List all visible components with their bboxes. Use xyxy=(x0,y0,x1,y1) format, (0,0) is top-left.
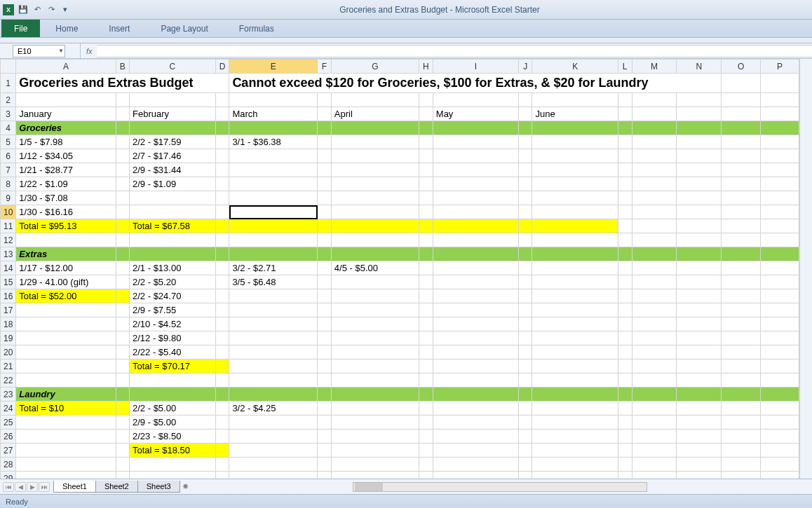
cell-C29[interactable] xyxy=(130,472,216,479)
cell-D10[interactable] xyxy=(215,205,229,219)
cell-M28[interactable] xyxy=(632,458,677,472)
cell-G3[interactable]: April xyxy=(331,107,419,121)
col-header-C[interactable]: C xyxy=(130,60,216,74)
cell-O23[interactable] xyxy=(722,387,760,401)
cell-O15[interactable] xyxy=(722,275,760,289)
cell-E3[interactable]: March xyxy=(229,107,318,121)
cell-L16[interactable] xyxy=(618,289,632,303)
cell-O22[interactable] xyxy=(722,373,760,387)
cell-L22[interactable] xyxy=(618,373,632,387)
cell-L4[interactable] xyxy=(618,121,632,135)
cell-G29[interactable] xyxy=(331,472,419,479)
cell-K12[interactable] xyxy=(532,233,618,247)
cell-H20[interactable] xyxy=(419,345,433,359)
cell-F20[interactable] xyxy=(318,345,332,359)
col-header-E[interactable]: E xyxy=(229,60,318,74)
cell-L27[interactable] xyxy=(618,444,632,458)
cell-F3[interactable] xyxy=(318,107,332,121)
row-header-26[interactable]: 26 xyxy=(1,430,16,444)
cell-G16[interactable] xyxy=(331,289,419,303)
cell-M22[interactable] xyxy=(632,373,677,387)
cell-C20[interactable]: 2/22 - $5.40 xyxy=(130,345,216,359)
cell-E25[interactable] xyxy=(229,416,318,430)
cell-G13[interactable] xyxy=(331,247,419,261)
cell-B23[interactable] xyxy=(116,387,129,401)
cell-H19[interactable] xyxy=(419,331,433,345)
cell-N11[interactable] xyxy=(677,219,722,233)
cell-J29[interactable] xyxy=(518,472,532,479)
cell-I29[interactable] xyxy=(433,472,518,479)
file-tab[interactable]: File xyxy=(1,20,40,37)
save-icon[interactable]: 💾 xyxy=(18,5,28,15)
cell-I26[interactable] xyxy=(433,430,518,444)
cell-E1[interactable]: Cannot exceed $120 for Groceries, $100 f… xyxy=(229,74,722,93)
cell-M21[interactable] xyxy=(632,359,677,373)
cell-O6[interactable] xyxy=(722,149,760,163)
cell-D29[interactable] xyxy=(215,472,229,479)
cell-G7[interactable] xyxy=(331,163,419,177)
cell-G20[interactable] xyxy=(331,345,419,359)
cell-A17[interactable] xyxy=(16,303,116,317)
row-header-12[interactable]: 12 xyxy=(1,233,16,247)
cell-L26[interactable] xyxy=(618,430,632,444)
cell-L20[interactable] xyxy=(618,345,632,359)
cell-F19[interactable] xyxy=(318,331,332,345)
row-header-16[interactable]: 16 xyxy=(1,289,16,303)
cell-B2[interactable] xyxy=(116,93,129,107)
cell-L3[interactable] xyxy=(618,107,632,121)
col-header-L[interactable]: L xyxy=(618,60,632,74)
cell-E9[interactable] xyxy=(229,191,318,205)
cell-G14[interactable]: 4/5 - $5.00 xyxy=(331,261,419,275)
row-header-17[interactable]: 17 xyxy=(1,303,16,317)
cell-K9[interactable] xyxy=(532,191,618,205)
cell-E18[interactable] xyxy=(229,317,318,331)
cell-P22[interactable] xyxy=(760,373,799,387)
row-header-28[interactable]: 28 xyxy=(1,458,16,472)
cell-I21[interactable] xyxy=(433,359,518,373)
cell-E13[interactable] xyxy=(229,247,318,261)
cell-J21[interactable] xyxy=(518,359,532,373)
cell-I7[interactable] xyxy=(433,163,518,177)
cell-H29[interactable] xyxy=(419,472,433,479)
cell-B14[interactable] xyxy=(116,261,129,275)
cell-K17[interactable] xyxy=(532,303,618,317)
cell-O17[interactable] xyxy=(722,303,760,317)
cell-K29[interactable] xyxy=(532,472,618,479)
cell-H23[interactable] xyxy=(419,387,433,401)
cell-I20[interactable] xyxy=(433,345,518,359)
row-header-1[interactable]: 1 xyxy=(1,74,16,93)
row-header-18[interactable]: 18 xyxy=(1,317,16,331)
cell-P9[interactable] xyxy=(760,191,799,205)
col-header-A[interactable]: A xyxy=(16,60,116,74)
cell-G18[interactable] xyxy=(331,317,419,331)
cell-J28[interactable] xyxy=(518,458,532,472)
cell-N5[interactable] xyxy=(677,135,722,149)
cell-O10[interactable] xyxy=(722,205,760,219)
cell-A1[interactable]: Groceries and Extras Budget xyxy=(16,74,229,93)
col-header-I[interactable]: I xyxy=(433,60,518,74)
cell-B10[interactable] xyxy=(116,205,129,219)
cell-J7[interactable] xyxy=(518,163,532,177)
cell-N2[interactable] xyxy=(677,93,722,107)
cell-E4[interactable] xyxy=(229,121,318,135)
cell-E26[interactable] xyxy=(229,430,318,444)
cell-K21[interactable] xyxy=(532,359,618,373)
cell-B15[interactable] xyxy=(116,275,129,289)
cell-K7[interactable] xyxy=(532,163,618,177)
cell-F27[interactable] xyxy=(318,444,332,458)
cell-J27[interactable] xyxy=(518,444,532,458)
cell-M2[interactable] xyxy=(632,93,677,107)
cell-O25[interactable] xyxy=(722,416,760,430)
cell-B21[interactable] xyxy=(116,359,129,373)
cell-H2[interactable] xyxy=(419,93,433,107)
cell-H15[interactable] xyxy=(419,275,433,289)
cell-B17[interactable] xyxy=(116,303,129,317)
cell-D24[interactable] xyxy=(215,401,229,416)
cell-G15[interactable] xyxy=(331,275,419,289)
cell-C26[interactable]: 2/23 - $8.50 xyxy=(130,430,216,444)
cell-I23[interactable] xyxy=(433,387,518,401)
select-all-corner[interactable] xyxy=(1,60,16,74)
cell-H28[interactable] xyxy=(419,458,433,472)
row-header-21[interactable]: 21 xyxy=(1,359,16,373)
cell-C21[interactable]: Total = $70.17 xyxy=(130,359,216,373)
